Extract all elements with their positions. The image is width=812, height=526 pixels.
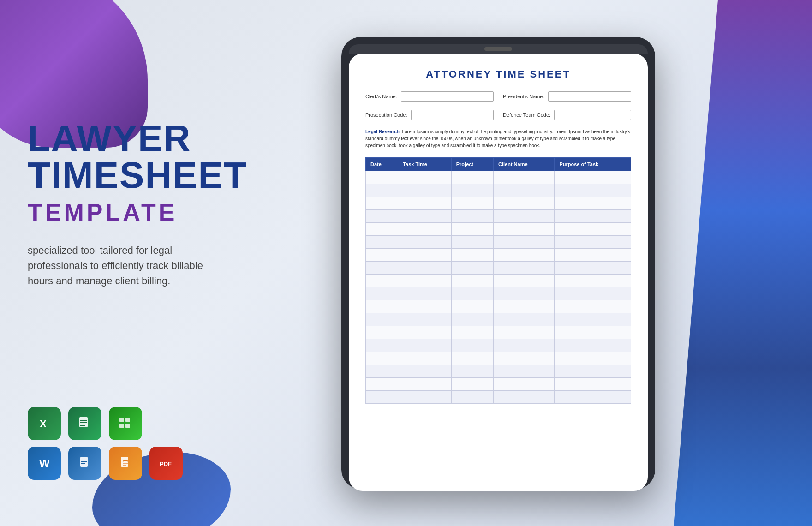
table-cell: [366, 378, 398, 391]
table-cell: [555, 352, 631, 365]
table-cell: [494, 249, 555, 262]
col-client-name: Client Name: [494, 158, 555, 171]
legal-research-body: : Lorem Ipsum is simply dummy text of th…: [365, 129, 630, 148]
numbers-icon[interactable]: [109, 407, 142, 440]
table-cell: [451, 236, 493, 249]
left-panel: LAWYER TIMESHEET TEMPLATE specialized to…: [28, 120, 240, 288]
table-cell: [555, 365, 631, 378]
defence-team-code-field: Defence Team Code:: [503, 110, 631, 120]
table-cell: [398, 249, 452, 262]
table-row: [366, 236, 631, 249]
table-cell: [398, 236, 452, 249]
defence-team-code-label: Defence Team Code:: [503, 112, 550, 118]
pages-icon[interactable]: [109, 447, 142, 480]
svg-text:PDF: PDF: [160, 460, 172, 467]
table-cell: [555, 313, 631, 326]
form-row-1: Clerk's Name: President's Name:: [365, 91, 631, 102]
svg-text:X: X: [40, 418, 47, 430]
table-cell: [451, 249, 493, 262]
svg-rect-8: [119, 424, 124, 428]
table-cell: [366, 300, 398, 313]
table-row: [366, 339, 631, 352]
table-cell: [451, 378, 493, 391]
table-cell: [398, 171, 452, 184]
table-header-row: Date Task Time Project Client Name Purpo…: [366, 158, 631, 171]
prosecution-code-field: Prosecution Code:: [365, 110, 494, 120]
table-cell: [494, 378, 555, 391]
col-purpose: Purpose of Task: [555, 158, 631, 171]
google-sheets-icon[interactable]: [68, 407, 102, 440]
svg-rect-3: [80, 422, 87, 423]
table-row: [366, 352, 631, 365]
table-cell: [555, 339, 631, 352]
table-cell: [366, 326, 398, 339]
presidents-name-field: President's Name:: [503, 91, 631, 102]
table-cell: [366, 287, 398, 300]
svg-rect-13: [81, 461, 87, 462]
presidents-name-label: President's Name:: [503, 94, 544, 99]
table-cell: [366, 249, 398, 262]
table-cell: [451, 300, 493, 313]
svg-rect-7: [125, 418, 130, 422]
table-cell: [451, 365, 493, 378]
table-cell: [494, 236, 555, 249]
pdf-icon[interactable]: PDF: [149, 447, 183, 480]
legal-research-label: Legal Research: [365, 129, 400, 134]
table-cell: [398, 275, 452, 287]
word-icon[interactable]: W: [28, 447, 61, 480]
title-template: TEMPLATE: [28, 198, 240, 226]
timesheet-table: Date Task Time Project Client Name Purpo…: [365, 157, 631, 404]
table-row: [366, 197, 631, 210]
tablet-top-bar: [349, 44, 648, 54]
prosecution-code-input[interactable]: [411, 110, 494, 120]
svg-rect-6: [119, 418, 124, 422]
app-icons-row2: W PDF: [28, 447, 183, 480]
clerks-name-input[interactable]: [401, 91, 494, 102]
table-cell: [451, 275, 493, 287]
table-cell: [494, 287, 555, 300]
prosecution-code-label: Prosecution Code:: [365, 112, 407, 118]
table-cell: [398, 300, 452, 313]
svg-rect-14: [81, 463, 85, 464]
table-cell: [366, 197, 398, 210]
table-body: [366, 171, 631, 404]
document-title: ATTORNEY TIME SHEET: [365, 68, 631, 80]
table-row: [366, 326, 631, 339]
col-task-time: Task Time: [398, 158, 452, 171]
table-cell: [451, 391, 493, 404]
table-cell: [494, 391, 555, 404]
excel-icon[interactable]: X: [28, 407, 61, 440]
table-cell: [555, 391, 631, 404]
presidents-name-input[interactable]: [548, 91, 631, 102]
table-cell: [494, 184, 555, 197]
table-cell: [366, 365, 398, 378]
table-cell: [366, 223, 398, 236]
table-row: [366, 249, 631, 262]
app-icons-container: X W: [28, 407, 183, 480]
title-lawyer: LAWYER: [28, 120, 240, 157]
table-cell: [398, 365, 452, 378]
table-cell: [555, 210, 631, 223]
description-text: specialized tool tailored for legal prof…: [28, 243, 221, 288]
table-cell: [494, 210, 555, 223]
table-cell: [398, 391, 452, 404]
google-docs-icon[interactable]: [68, 447, 102, 480]
defence-team-code-input[interactable]: [554, 110, 631, 120]
table-cell: [451, 339, 493, 352]
table-cell: [451, 197, 493, 210]
table-cell: [398, 210, 452, 223]
table-cell: [398, 313, 452, 326]
table-cell: [451, 171, 493, 184]
table-cell: [398, 223, 452, 236]
app-icons-row1: X: [28, 407, 183, 440]
table-row: [366, 210, 631, 223]
table-cell: [494, 313, 555, 326]
table-row: [366, 300, 631, 313]
table-cell: [451, 326, 493, 339]
legal-research-text: Legal Research: Lorem Ipsum is simply du…: [365, 128, 631, 149]
table-cell: [398, 184, 452, 197]
table-cell: [451, 352, 493, 365]
svg-rect-5: [80, 425, 85, 426]
table-cell: [398, 197, 452, 210]
table-cell: [555, 184, 631, 197]
